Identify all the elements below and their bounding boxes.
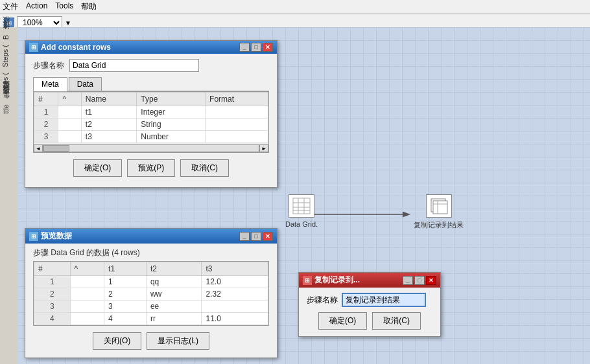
node-data-grid-label: Data Grid. [285,220,318,228]
left-panel-label-4: ops ( [0,70,10,91]
left-panel-label-7: ttle集 [0,102,12,117]
prev-r2-t3: 2.32 [202,288,268,301]
row-2-type[interactable]: String [137,119,206,131]
dialog-copy: ⊞ 复制记录到... _ □ ✕ 步骤名称 确定(O) 取消(C) [298,272,441,337]
table-row: 1 t1 Integer [34,106,268,119]
dialog-preview-minimize[interactable]: _ [239,232,250,241]
copy-cancel-button[interactable]: 取消(C) [372,312,421,330]
dialog-copy-minimize[interactable]: _ [403,276,413,285]
dialog-add-rows-maximize[interactable]: □ [251,43,261,52]
scroll-left[interactable]: ◄ [34,144,43,152]
left-panel-label-2: B连接 [0,32,12,42]
add-rows-ok-button[interactable]: 确定(O) [73,159,122,177]
copy-buttons: 确定(O) 取消(C) [307,312,432,330]
dialog-preview-icon: ⊞ [29,232,38,241]
preview-subtitle: 步骤 Data Grid 的数据 (4 rows) [25,244,277,261]
row-2-sort [58,119,81,131]
row-2-format[interactable] [206,119,268,131]
row-2-num: 2 [34,119,58,131]
preview-close-button[interactable]: 关闭(O) [93,332,141,350]
node-copy-records[interactable]: 复制记录到结果 [414,194,464,230]
left-panel: 核 B连接 Steps ( ops ( 据库分 服务器 ttle集 [0,27,18,364]
row-3-format[interactable] [206,131,268,143]
menu-help[interactable]: 帮助 [81,1,97,12]
svg-rect-2 [293,198,310,214]
dialog-add-rows-title: Add constant rows [41,43,111,52]
add-rows-step-input[interactable] [69,59,199,72]
prev-r4-t2: rr [146,313,202,325]
dialog-add-rows-titlebar[interactable]: ⊞ Add constant rows _ □ ✕ [25,41,277,54]
menubar: 文件 Action Tools 帮助 [0,0,590,14]
tab-data[interactable]: Data [69,77,102,91]
dialog-add-rows: ⊞ Add constant rows _ □ ✕ 步骤名称 Meta Data [25,40,277,188]
h-scrollbar-thumb [43,145,69,152]
preview-log-button[interactable]: 显示日志(L) [147,332,209,350]
add-rows-tabs: Meta Data [33,77,269,91]
dialog-add-rows-minimize[interactable]: _ [239,43,250,52]
dialog-preview-maximize[interactable]: □ [251,232,261,241]
col-type: Type [137,93,206,106]
canvas-area: 核 B连接 Steps ( ops ( 据库分 服务器 ttle集 Da [0,27,590,364]
add-rows-cancel-button[interactable]: 取消(C) [180,159,229,177]
col-up: ^ [58,93,81,106]
dialog-preview-titlebar[interactable]: ⊞ 预览数据 _ □ ✕ [25,229,277,244]
dialog-copy-maximize[interactable]: □ [414,276,425,285]
row-3-sort [58,131,81,143]
prev-r1-idx [70,276,104,288]
preview-row: 4 4 rr 11.0 [34,313,268,325]
row-2-name[interactable]: t2 [81,119,137,131]
left-panel-label-5: 据库分 [0,91,12,97]
menu-tools[interactable]: Tools [55,1,73,12]
prev-col-up: ^ [70,262,104,276]
dialog-copy-icon: ⊞ [303,276,312,285]
preview-row: 1 1 qq 12.0 [34,276,268,288]
prev-col-t1: t1 [104,262,147,276]
table-row: 2 t2 String [34,119,268,131]
dialog-preview-close[interactable]: ✕ [263,232,273,241]
node-copy-records-icon [426,194,452,218]
tab-meta[interactable]: Meta [33,77,67,91]
dropdown-arrow-icon: ▼ [65,19,71,27]
prev-col-t3: t3 [202,262,268,276]
row-3-num: 3 [34,131,58,143]
node-data-grid-icon [289,194,314,218]
prev-r3-t3 [202,301,268,313]
row-1-format[interactable] [206,106,268,119]
h-scrollbar[interactable] [43,144,259,152]
copy-ok-button[interactable]: 确定(O) [318,312,367,330]
left-panel-label-6: 服务器 [0,97,12,102]
copy-step-input[interactable] [342,293,426,307]
prev-r4-num: 4 [34,313,71,325]
col-num: # [34,93,58,106]
prev-r4-t1: 4 [104,313,147,325]
menu-action[interactable]: Action [26,1,47,12]
row-1-name[interactable]: t1 [81,106,137,119]
node-data-grid[interactable]: Data Grid. [285,194,318,228]
add-rows-buttons: 确定(O) 预览(P) 取消(C) [33,159,269,182]
table-row: 3 t3 Number [34,131,268,143]
prev-r1-t2: qq [146,276,202,288]
node-copy-records-label: 复制记录到结果 [414,220,464,230]
prev-r3-num: 3 [34,301,71,313]
prev-r3-t2: ee [146,301,202,313]
prev-r3-t1: 3 [104,301,147,313]
add-rows-preview-button[interactable]: 预览(P) [127,159,175,177]
preview-table: # ^ t1 t2 t3 1 1 [34,262,268,325]
prev-r2-idx [70,288,104,301]
left-panel-label-1: 核 [0,27,12,32]
scroll-right[interactable]: ► [259,144,268,152]
row-3-type[interactable]: Number [137,131,206,143]
row-3-name[interactable]: t3 [81,131,137,143]
prev-r2-t2: ww [146,288,202,301]
prev-r2-num: 2 [34,288,71,301]
menu-file[interactable]: 文件 [3,1,18,12]
col-format: Format [206,93,268,106]
svg-rect-9 [433,201,447,214]
row-1-type[interactable]: Integer [137,106,206,119]
preview-buttons: 关闭(O) 显示日志(L) [33,332,269,355]
dialog-add-rows-close[interactable]: ✕ [263,43,273,52]
dialog-copy-close[interactable]: ✕ [426,276,436,285]
prev-r2-t1: 2 [104,288,147,301]
dialog-copy-titlebar[interactable]: ⊞ 复制记录到... _ □ ✕ [299,273,440,288]
add-rows-step-label: 步骤名称 [33,60,64,71]
